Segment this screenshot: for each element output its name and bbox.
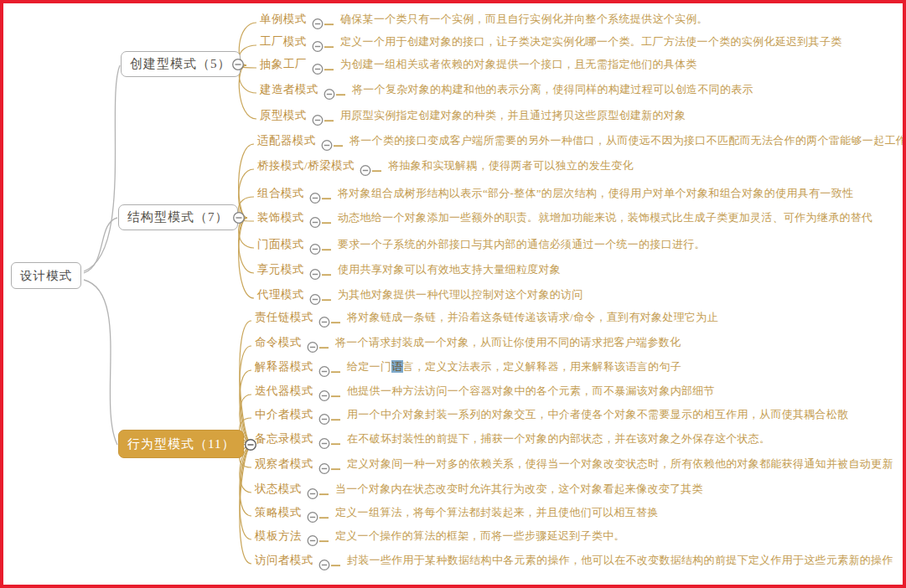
pattern-row: 迭代器模式 他提供一种方法访问一个容器对象中的各个元素，而不暴漏该对象内部细节 — [255, 383, 715, 400]
pattern-name: 模板方法 — [255, 528, 302, 544]
pattern-name: 责任链模式 — [255, 309, 313, 326]
minus-circle-icon[interactable] — [360, 164, 383, 181]
pattern-name: 抽象工厂 — [260, 56, 307, 73]
pattern-row: 观察者模式 定义对象间一种一对多的依赖关系，使得当一个对象改变状态时，所有依赖他… — [255, 456, 893, 472]
mindmap-canvas: 设计模式 创建型模式（5） 结构型模式（7） 行为型模式（11） 单例模式 确保… — [0, 0, 906, 588]
minus-circle-icon[interactable] — [309, 268, 333, 285]
pattern-name: 桥接模式/桥梁模式 — [257, 157, 355, 174]
pattern-row: 享元模式 使用共享对象可以有效地支持大量细粒度对象 — [257, 261, 561, 278]
pattern-row: 命令模式 将一个请求封装成一个对象，从而让你使用不同的请求把客户端参数化 — [255, 334, 681, 351]
minus-circle-icon[interactable] — [318, 316, 342, 333]
minus-circle-icon[interactable] — [318, 437, 342, 454]
pattern-description: 当一个对象内在状态改变时允许其行为改变，这个对象看起来像改变了其类 — [335, 481, 703, 498]
pattern-description: 在不破坏封装性的前提下，捕获一个对象的内部状态，并在该对象之外保存这个状态。 — [347, 431, 770, 447]
pattern-name: 门面模式 — [257, 236, 304, 253]
branch-node-structural[interactable]: 结构型模式（7） — [118, 204, 238, 230]
pattern-row: 装饰模式 动态地给一个对象添加一些额外的职责。就增加功能来说，装饰模式比生成子类… — [257, 209, 872, 226]
selected-character-highlight: 语 — [391, 360, 402, 373]
minus-circle-icon[interactable] — [309, 216, 333, 233]
minus-circle-icon[interactable] — [318, 559, 342, 575]
pattern-row: 解释器模式 给定一门语言，定义文法表示，定义解释器，用来解释该语言的句子 — [255, 358, 681, 375]
pattern-name: 迭代器模式 — [255, 383, 313, 400]
pattern-row: 责任链模式 将对象链成一条链，并沿着这条链传递该请求/命令，直到有对象处理它为止 — [255, 309, 718, 326]
pattern-description: 将一个复杂对象的构建和他的表示分离，使得同样的构建过程可以创造不同的表示 — [352, 81, 753, 98]
branch-label: 结构型模式（7） — [127, 209, 229, 225]
pattern-name: 解释器模式 — [255, 358, 313, 375]
minus-circle-icon[interactable] — [307, 511, 330, 528]
pattern-row: 原型模式 用原型实例指定创建对象的种类，并且通过拷贝这些原型创建新的对象 — [260, 107, 686, 124]
minus-circle-icon[interactable] — [324, 88, 347, 105]
minus-circle-icon[interactable] — [312, 18, 335, 34]
pattern-name: 备忘录模式 — [255, 431, 313, 447]
pattern-row: 中介者模式 用一个中介对象封装一系列的对象交互，中介者使各个对象不需要显示的相互… — [255, 406, 849, 423]
pattern-description: 定义对象间一种一对多的依赖关系，使得当一个对象改变状态时，所有依赖他的对象都能获… — [347, 456, 893, 472]
pattern-description: 将一个请求封装成一个对象，从而让你使用不同的请求把客户端参数化 — [335, 334, 681, 351]
minus-circle-icon[interactable] — [307, 487, 330, 504]
minus-circle-icon[interactable] — [312, 40, 335, 57]
minus-circle-icon[interactable] — [309, 192, 333, 209]
pattern-description: 给定一门语言，定义文法表示，定义解释器，用来解释该语言的句子 — [347, 358, 681, 375]
minus-circle-icon[interactable] — [307, 534, 330, 551]
pattern-name: 单例模式 — [260, 11, 307, 28]
minus-circle-icon[interactable] — [231, 58, 245, 71]
pattern-description: 为创建一组相关或者依赖的对象提供一个接口，且无需指定他们的具体类 — [340, 56, 697, 73]
pattern-description: 动态地给一个对象添加一些额外的职责。就增加功能来说，装饰模式比生成子类更加灵活、… — [338, 209, 872, 226]
root-label: 设计模式 — [20, 268, 72, 284]
pattern-description: 确保某一个类只有一个实例，而且自行实例化并向整个系统提供这个实例。 — [340, 11, 708, 28]
pattern-name: 命令模式 — [255, 334, 302, 351]
pattern-description: 将抽象和实现解耦，使得两者可以独立的发生变化 — [388, 157, 634, 174]
pattern-name: 原型模式 — [260, 107, 307, 124]
minus-circle-icon[interactable] — [307, 341, 330, 358]
pattern-description: 用一个中介对象封装一系列的对象交互，中介者使各个对象不需要显示的相互作用，从而使… — [347, 406, 849, 423]
pattern-description: 将对象链成一条链，并沿着这条链传递该请求/命令，直到有对象处理它为止 — [347, 309, 718, 326]
pattern-row: 状态模式 当一个对象内在状态改变时允许其行为改变，这个对象看起来像改变了其类 — [255, 481, 703, 498]
minus-circle-icon[interactable] — [318, 389, 342, 406]
minus-circle-icon[interactable] — [321, 139, 344, 156]
pattern-row: 建造者模式 将一个复杂对象的构建和他的表示分离，使得同样的构建过程可以创造不同的… — [260, 81, 753, 98]
pattern-row: 组合模式 将对象组合成树形结构以表示“部分-整体”的层次结构，使得用户对单个对象… — [257, 185, 853, 202]
minus-circle-icon[interactable] — [318, 365, 342, 382]
pattern-name: 建造者模式 — [260, 81, 318, 98]
minus-circle-icon[interactable] — [232, 211, 246, 224]
pattern-row: 门面模式 要求一个子系统的外部接口与其内部的通信必须通过一个统一的接口进行。 — [257, 236, 706, 253]
pattern-row: 桥接模式/桥梁模式 将抽象和实现解耦，使得两者可以独立的发生变化 — [257, 157, 634, 174]
pattern-row: 适配器模式 将一个类的接口变成客户端所需要的另外一种借口，从而使远不因为接口不匹… — [257, 132, 906, 149]
minus-circle-icon[interactable] — [309, 293, 333, 310]
branch-label: 创建型模式（5） — [130, 56, 231, 72]
pattern-name: 中介者模式 — [255, 406, 313, 423]
pattern-name: 工厂模式 — [260, 34, 307, 50]
branch-label: 行为型模式（11） — [127, 436, 235, 452]
pattern-description: 他提供一种方法访问一个容器对象中的各个元素，而不暴漏该对象内部细节 — [347, 383, 715, 400]
pattern-row: 代理模式 为其他对象提供一种代理以控制对这个对象的访问 — [257, 286, 583, 303]
pattern-row: 抽象工厂 为创建一组相关或者依赖的对象提供一个接口，且无需指定他们的具体类 — [260, 56, 697, 73]
minus-circle-icon[interactable] — [312, 63, 335, 80]
pattern-description: 定义一个用于创建对象的接口，让子类决定实例化哪一个类。工厂方法使一个类的实例化延… — [340, 34, 842, 50]
minus-circle-icon[interactable] — [309, 243, 333, 260]
root-node-design-patterns[interactable]: 设计模式 — [11, 262, 81, 289]
pattern-description: 用原型实例指定创建对象的种类，并且通过拷贝这些原型创建新的对象 — [340, 107, 686, 124]
pattern-name: 访问者模式 — [255, 552, 313, 569]
pattern-name: 状态模式 — [255, 481, 302, 498]
branch-node-behavioral[interactable]: 行为型模式（11） — [118, 430, 244, 458]
branch-node-creational[interactable]: 创建型模式（5） — [121, 51, 241, 77]
pattern-row: 工厂模式 定义一个用于创建对象的接口，让子类决定实例化哪一个类。工厂方法使一个类… — [260, 34, 842, 50]
minus-circle-icon[interactable] — [312, 114, 335, 131]
pattern-description: 定义一个操作的算法的框架，而将一些步骤延迟到子类中。 — [335, 528, 625, 544]
pattern-name: 装饰模式 — [257, 209, 304, 226]
pattern-description: 封装一些作用于某种数据结构中各元素的操作，他可以在不改变数据结构的前提下定义作用… — [347, 552, 893, 569]
pattern-description: 定义一组算法，将每个算法都封装起来，并且使他们可以相互替换 — [335, 504, 659, 521]
pattern-name: 享元模式 — [257, 261, 304, 278]
pattern-description: 使用共享对象可以有效地支持大量细粒度对象 — [338, 261, 561, 278]
pattern-row: 模板方法 定义一个操作的算法的框架，而将一些步骤延迟到子类中。 — [255, 528, 625, 544]
pattern-row: 备忘录模式 在不破坏封装性的前提下，捕获一个对象的内部状态，并在该对象之外保存这… — [255, 431, 770, 447]
minus-circle-icon[interactable] — [318, 462, 342, 479]
pattern-name: 适配器模式 — [257, 132, 316, 149]
pattern-row: 单例模式 确保某一个类只有一个实例，而且自行实例化并向整个系统提供这个实例。 — [260, 11, 708, 28]
pattern-name: 组合模式 — [257, 185, 304, 202]
pattern-row: 访问者模式 封装一些作用于某种数据结构中各元素的操作，他可以在不改变数据结构的前… — [255, 552, 893, 569]
pattern-description: 将对象组合成树形结构以表示“部分-整体”的层次结构，使得用户对单个对象和组合对象… — [338, 185, 853, 202]
pattern-name: 策略模式 — [255, 504, 302, 521]
pattern-name: 代理模式 — [257, 286, 304, 303]
pattern-row: 策略模式 定义一组算法，将每个算法都封装起来，并且使他们可以相互替换 — [255, 504, 659, 521]
minus-circle-icon[interactable] — [318, 413, 342, 430]
